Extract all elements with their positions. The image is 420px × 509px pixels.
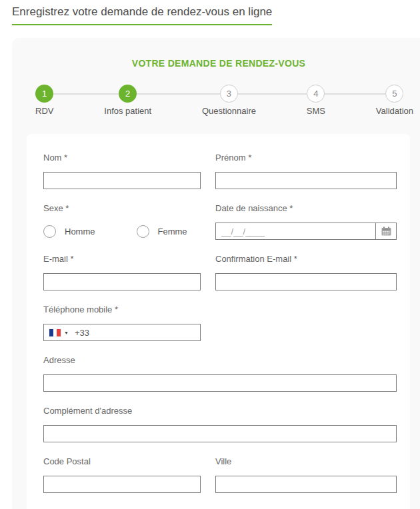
address-input[interactable] [43, 374, 397, 392]
step-sms-circle[interactable]: 4 [307, 85, 325, 103]
field-address2: Complément d'adresse [43, 406, 397, 442]
row-address2: Complément d'adresse [43, 406, 397, 442]
calendar-button[interactable] [375, 223, 396, 239]
sexe-radio-group: Homme Femme [43, 223, 201, 240]
radio-homme-label: Homme [65, 227, 95, 237]
prenom-input[interactable] [215, 172, 397, 189]
nom-input[interactable] [43, 172, 201, 189]
email-confirmation-label: Confirmation E-mail * [215, 254, 397, 264]
step-validation[interactable]: 5 Validation [376, 85, 413, 116]
row-phone: Téléphone mobile * ▼ +33 [43, 304, 397, 341]
france-flag-icon[interactable] [49, 329, 61, 336]
phone-label: Téléphone mobile * [43, 304, 201, 314]
patient-info-form: Nom * Prénom * Sexe * Homme Fe [27, 134, 410, 509]
step-validation-label: Validation [376, 106, 413, 116]
stepper: 1 RDV 2 Infos patient 3 Questionnaire 4 … [12, 85, 420, 116]
prenom-label: Prénom * [215, 153, 397, 163]
step-sms[interactable]: 4 SMS [307, 85, 325, 116]
birthdate-input[interactable] [216, 223, 375, 239]
city-input[interactable] [215, 476, 397, 493]
field-nom: Nom * [43, 153, 201, 189]
page-title: Enregistrez votre demande de rendez-vous… [12, 5, 272, 25]
booking-panel: VOTRE DEMANDE DE RENDEZ-VOUS 1 RDV 2 Inf… [12, 38, 420, 509]
field-prenom: Prénom * [215, 153, 397, 189]
date-naissance-label: Date de naissance * [215, 203, 397, 213]
step-rdv[interactable]: 1 RDV [35, 85, 53, 116]
panel-heading: VOTRE DEMANDE DE RENDEZ-VOUS [12, 58, 420, 69]
field-city: Ville [215, 456, 397, 493]
radio-femme-circle[interactable] [137, 225, 149, 238]
step-questionnaire-label: Questionnaire [202, 106, 256, 116]
nom-label: Nom * [43, 153, 201, 163]
step-infos-patient-circle[interactable]: 2 [119, 85, 137, 103]
step-questionnaire[interactable]: 3 Questionnaire [202, 85, 256, 116]
phone-input[interactable] [92, 324, 195, 341]
address2-input[interactable] [43, 425, 397, 442]
postal-code-label: Code Postal [43, 456, 201, 466]
row-email: E-mail * Confirmation E-mail * [43, 254, 397, 290]
step-infos-patient[interactable]: 2 Infos patient [104, 85, 151, 116]
email-label: E-mail * [43, 254, 201, 264]
row-name: Nom * Prénom * [43, 153, 397, 189]
city-label: Ville [215, 456, 397, 466]
email-input[interactable] [43, 273, 201, 290]
field-postal-code: Code Postal [43, 456, 201, 493]
field-sexe: Sexe * Homme Femme [43, 203, 201, 240]
radio-femme[interactable]: Femme [137, 225, 187, 238]
step-validation-circle[interactable]: 5 [385, 85, 403, 103]
step-rdv-label: RDV [35, 106, 53, 116]
calendar-icon [381, 227, 391, 236]
radio-femme-label: Femme [158, 227, 187, 237]
address-label: Adresse [43, 355, 397, 365]
page-header: Enregistrez votre demande de rendez-vous… [0, 0, 420, 25]
step-infos-patient-label: Infos patient [104, 106, 151, 116]
step-rdv-circle[interactable]: 1 [35, 85, 53, 103]
step-sms-label: SMS [307, 106, 325, 116]
field-email-confirmation: Confirmation E-mail * [215, 254, 397, 290]
sexe-label: Sexe * [43, 203, 201, 213]
row-address: Adresse [43, 355, 397, 392]
radio-homme-circle[interactable] [43, 225, 56, 238]
field-email: E-mail * [43, 254, 201, 290]
phone-group: ▼ +33 [43, 324, 201, 341]
postal-code-input[interactable] [43, 476, 201, 493]
field-phone: Téléphone mobile * ▼ +33 [43, 304, 201, 341]
row-postal-city: Code Postal Ville [43, 456, 397, 493]
dial-code: +33 [75, 328, 89, 338]
date-naissance-group [215, 223, 397, 240]
radio-homme[interactable]: Homme [43, 225, 95, 238]
address2-label: Complément d'adresse [43, 406, 397, 416]
field-date-naissance: Date de naissance * [215, 203, 397, 240]
flag-dropdown-arrow-icon[interactable]: ▼ [64, 330, 69, 335]
email-confirmation-input[interactable] [215, 273, 397, 290]
field-address: Adresse [43, 355, 397, 392]
step-questionnaire-circle[interactable]: 3 [220, 85, 238, 103]
row-sexe-birthdate: Sexe * Homme Femme Date de naissance * [43, 203, 397, 240]
